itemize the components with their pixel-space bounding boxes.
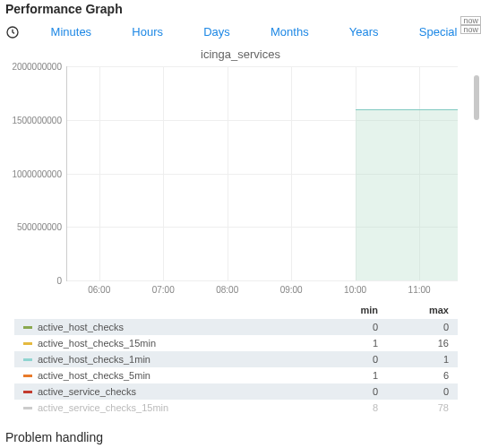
legend-swatch: [23, 407, 32, 409]
y-axis-label: 0: [8, 276, 62, 286]
legend-series-name: active_host_checks_5min: [38, 370, 150, 381]
now-button-bottom[interactable]: now: [460, 25, 481, 34]
gridline-v: [163, 66, 164, 280]
legend-series-name: active_host_checks_1min: [38, 354, 150, 365]
clock-icon: [5, 25, 20, 39]
legend-swatch: [23, 358, 32, 361]
gridline-v: [228, 66, 228, 280]
y-axis-label: 2000000000: [8, 62, 62, 72]
legend-col-name: [14, 301, 321, 319]
gridline-h: [67, 280, 458, 281]
legend-max-value: 78: [387, 400, 458, 416]
legend-swatch: [23, 375, 32, 377]
x-axis-label: 11:00: [408, 285, 431, 295]
gridline-v: [291, 66, 292, 280]
timerange-tabs: Minutes Hours Days Months Years Special: [0, 22, 481, 46]
legend-swatch: [23, 342, 32, 345]
x-axis-label: 09:00: [280, 285, 303, 295]
y-axis-label: 1000000000: [8, 168, 62, 178]
x-axis-label: 08:00: [216, 285, 238, 295]
legend-max-value: 6: [387, 367, 458, 383]
legend-row[interactable]: active_service_checks_15min878: [14, 400, 458, 416]
vertical-scrollbar[interactable]: [474, 75, 479, 120]
now-button-group: now now: [460, 16, 481, 34]
legend-swatch: [23, 391, 32, 393]
legend-min-value: 0: [321, 383, 387, 400]
tab-minutes[interactable]: Minutes: [30, 22, 112, 42]
legend-row[interactable]: active_host_checks_1min01: [14, 351, 458, 367]
tab-years[interactable]: Years: [329, 22, 399, 42]
legend-series-name: active_service_checks_15min: [38, 402, 168, 413]
x-axis-label: 07:00: [152, 285, 175, 295]
legend-row[interactable]: active_host_checks00: [14, 319, 458, 335]
legend-min-value: 1: [321, 367, 387, 383]
legend-min-value: 8: [321, 400, 387, 416]
gridline-v: [99, 66, 100, 280]
legend-row[interactable]: active_host_checks_5min16: [14, 367, 458, 383]
gridline-h: [67, 66, 458, 67]
x-axis-label: 06:00: [88, 285, 110, 295]
now-button-top[interactable]: now: [460, 16, 481, 25]
legend-min-value: 0: [321, 351, 387, 367]
legend-min-value: 0: [321, 319, 387, 335]
legend-table: min max active_host_checks00active_host_…: [14, 301, 458, 416]
legend-row[interactable]: active_service_checks00: [14, 383, 458, 400]
chart-plot-area[interactable]: 0500000000100000000015000000002000000000…: [66, 66, 458, 281]
legend-max-value: 1: [387, 351, 458, 367]
tab-months[interactable]: Months: [250, 22, 329, 42]
legend-col-max: max: [387, 301, 458, 319]
legend-col-min: min: [321, 301, 387, 319]
section-problem-handling: Problem handling: [5, 430, 103, 444]
legend-series-name: active_service_checks: [38, 386, 136, 397]
y-axis-label: 500000000: [8, 222, 62, 232]
legend-max-value: 16: [387, 335, 458, 351]
tab-days[interactable]: Days: [184, 22, 251, 42]
chart-title: icinga_services: [7, 47, 474, 61]
legend-series-name: active_host_checks: [38, 322, 124, 332]
legend-max-value: 0: [387, 383, 458, 400]
chart-data-area: [356, 109, 458, 280]
legend-max-value: 0: [387, 319, 458, 335]
page-title: Performance Graph: [0, 0, 481, 22]
y-axis-label: 1500000000: [8, 115, 62, 125]
tab-hours[interactable]: Hours: [112, 22, 184, 42]
chart-container: icinga_services 050000000010000000001500…: [0, 47, 481, 416]
legend-min-value: 1: [321, 335, 387, 351]
legend-series-name: active_host_checks_15min: [38, 338, 156, 349]
legend-swatch: [23, 326, 32, 329]
legend-row[interactable]: active_host_checks_15min116: [14, 335, 458, 351]
x-axis-label: 10:00: [344, 285, 366, 295]
